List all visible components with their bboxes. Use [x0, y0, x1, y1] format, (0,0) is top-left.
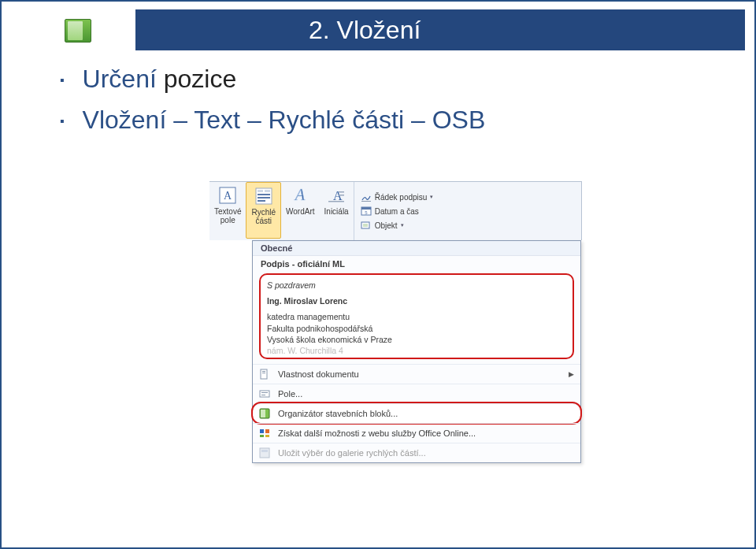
bullet-item-2: Vložení – Text – Rychlé části – OSB [60, 101, 485, 139]
field-label: Pole... [278, 389, 302, 399]
office-online-icon [258, 426, 272, 440]
svg-rect-29 [260, 435, 264, 437]
object-icon [361, 220, 372, 231]
svg-rect-28 [265, 429, 269, 433]
quick-parts-icon [254, 186, 274, 206]
dropdown-entry-title[interactable]: Podpis - oficiální ML [253, 256, 580, 270]
svg-rect-20 [262, 371, 265, 372]
building-blocks-label: Organizátor stavebních bloků... [278, 409, 398, 418]
svg-rect-13 [361, 201, 371, 202]
preview-greeting: S pozdravem [267, 280, 566, 291]
svg-rect-10 [339, 191, 344, 193]
svg-rect-6 [258, 197, 270, 198]
wordart-button[interactable]: A WordArt [281, 182, 320, 239]
field-icon [258, 387, 272, 401]
svg-rect-11 [339, 195, 344, 196]
preview-line-4: nám. W. Churchilla 4 [267, 345, 566, 356]
datetime-icon: 5 [361, 206, 372, 217]
svg-rect-21 [262, 373, 265, 373]
signature-line-button[interactable]: Řádek podpisu ▾ [359, 191, 435, 203]
get-more-label: Získat další možnosti z webu služby Offi… [278, 428, 476, 438]
save-selection-icon [258, 446, 272, 460]
quick-parts-button[interactable]: Rychlé části [246, 182, 281, 239]
svg-rect-32 [261, 450, 268, 452]
svg-rect-18 [363, 224, 368, 227]
preview-name: Ing. Miroslav Lorenc [267, 295, 566, 306]
building-blocks-icon [258, 406, 272, 421]
chevron-down-icon: ▾ [430, 194, 433, 200]
wordart-icon: A [290, 185, 310, 206]
svg-rect-26 [261, 410, 265, 417]
save-selection-item: Uložit výběr do galerie rychlých částí..… [253, 443, 580, 462]
document-property-label: Vlastnost dokumentu [278, 369, 359, 379]
preview-line-3: Vysoká škola ekonomická v Praze [267, 334, 566, 345]
object-label: Objekt [375, 221, 398, 230]
svg-rect-24 [261, 395, 265, 395]
quick-parts-label: Rychlé části [251, 208, 276, 225]
svg-rect-30 [265, 435, 269, 437]
dropdown-section-general: Obecné [253, 241, 580, 256]
textbox-icon: A [217, 185, 238, 206]
ribbon-mini-column: Řádek podpisu ▾ 5 Datum a čas Objekt ▾ [354, 182, 440, 240]
field-item[interactable]: Pole... [253, 384, 580, 403]
datetime-label: Datum a čas [375, 207, 419, 216]
datetime-button[interactable]: 5 Datum a čas [359, 205, 435, 217]
slide-title-bar: 2. Vložení [135, 9, 745, 50]
quick-parts-dropdown: Obecné Podpis - oficiální ML S pozdravem… [252, 240, 581, 463]
bullet-list: Určení pozice Vložení – Text – Rychlé čá… [60, 60, 485, 142]
title-slide-icon [65, 19, 91, 43]
object-button[interactable]: Objekt ▾ [359, 219, 435, 232]
get-more-online-item[interactable]: Získat další možnosti z webu služby Offi… [253, 423, 580, 443]
slide-title: 2. Vložení [309, 16, 421, 45]
wordart-label: WordArt [286, 207, 315, 216]
svg-rect-7 [258, 200, 265, 202]
svg-rect-31 [260, 448, 269, 458]
preview-line-2: Fakulta podnikohospodářská [267, 323, 566, 334]
dropcap-icon: A [326, 185, 346, 206]
svg-rect-22 [260, 391, 269, 397]
svg-rect-19 [261, 369, 267, 379]
svg-rect-5 [258, 194, 270, 195]
svg-rect-3 [258, 190, 263, 192]
dropcap-button[interactable]: A Iniciála [320, 182, 354, 239]
svg-text:A: A [294, 187, 306, 204]
svg-text:A: A [224, 190, 232, 202]
svg-rect-23 [261, 392, 268, 393]
svg-rect-15 [361, 207, 371, 210]
preview-line-1: katedra managementu [267, 311, 566, 322]
svg-rect-12 [328, 201, 344, 202]
signature-line-icon [361, 191, 372, 202]
ribbon-text-group: A Textové pole Rychlé části A WordArt A … [209, 181, 582, 240]
chevron-down-icon: ▾ [401, 222, 404, 228]
bullet-item-1: Určení pozice [60, 60, 485, 98]
document-property-icon [258, 367, 272, 381]
signature-preview-highlight[interactable]: S pozdravem Ing. Miroslav Lorenc katedra… [259, 273, 574, 359]
signature-line-label: Řádek podpisu [375, 193, 428, 202]
arrow-right-icon: ▶ [569, 370, 574, 378]
dropcap-label: Iniciála [324, 207, 349, 216]
building-blocks-organizer-item[interactable]: Organizátor stavebních bloků... [253, 403, 580, 423]
svg-rect-27 [260, 429, 264, 433]
textbox-label: Textové pole [214, 207, 241, 224]
word-screenshot: A Textové pole Rychlé části A WordArt A … [209, 181, 582, 463]
save-selection-label: Uložit výběr do galerie rychlých částí..… [278, 448, 426, 458]
textbox-button[interactable]: A Textové pole [209, 182, 246, 239]
document-property-item[interactable]: Vlastnost dokumentu ▶ [253, 364, 580, 384]
svg-rect-4 [265, 190, 270, 192]
